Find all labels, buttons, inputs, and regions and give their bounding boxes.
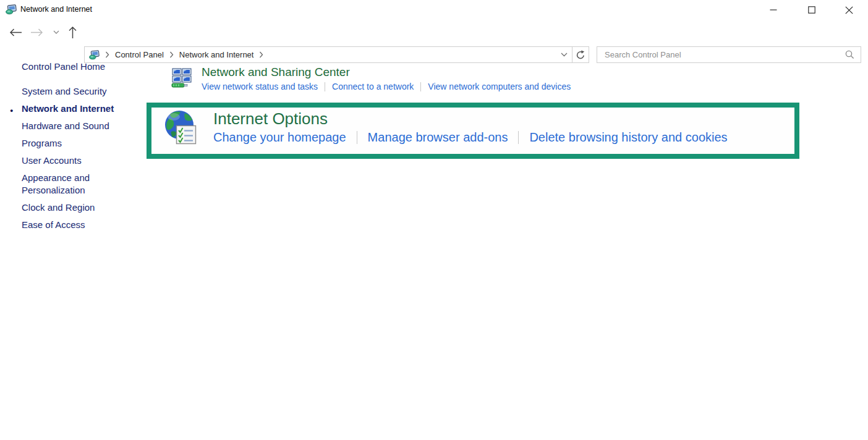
sidebar-item-label: Network and Internet bbox=[22, 103, 114, 114]
minimize-button[interactable] bbox=[754, 0, 793, 20]
back-button[interactable] bbox=[7, 20, 23, 44]
maximize-button[interactable] bbox=[793, 0, 831, 20]
sidebar-item-system-and-security[interactable]: System and Security bbox=[22, 85, 119, 98]
task-links-row: Change your homepage Manage browser add-… bbox=[213, 130, 728, 145]
recent-locations-button[interactable] bbox=[51, 20, 62, 44]
link-separator bbox=[325, 82, 325, 91]
task-links-row: View network status and tasks Connect to… bbox=[202, 82, 571, 91]
search-icon[interactable] bbox=[845, 50, 854, 59]
section-network-and-sharing-center: Network and Sharing Center View network … bbox=[171, 65, 571, 92]
sidebar-item-appearance-and-personalization[interactable]: Appearance and Personalization bbox=[22, 172, 119, 197]
maximize-icon bbox=[808, 6, 815, 14]
refresh-button[interactable] bbox=[572, 47, 589, 62]
navigation-toolbar: Control Panel Network and Internet bbox=[0, 20, 868, 44]
refresh-icon bbox=[576, 50, 585, 60]
breadcrumb: Control Panel Network and Internet bbox=[100, 50, 269, 59]
sidebar-item-network-and-internet[interactable]: ●Network and Internet bbox=[22, 103, 119, 115]
sidebar: Control Panel Home System and Security ●… bbox=[22, 61, 119, 236]
sidebar-item-user-accounts[interactable]: User Accounts bbox=[22, 154, 119, 167]
network-sharing-center-icon[interactable] bbox=[171, 67, 193, 92]
forward-icon bbox=[30, 28, 43, 36]
minimize-icon bbox=[770, 6, 777, 14]
up-button[interactable] bbox=[66, 20, 79, 44]
control-panel-icon bbox=[89, 50, 100, 60]
section-title-internet-options[interactable]: Internet Options bbox=[213, 108, 728, 129]
search-box bbox=[597, 46, 861, 63]
recent-locations-chevron-icon bbox=[53, 30, 59, 34]
section-title-network-and-sharing-center[interactable]: Network and Sharing Center bbox=[202, 65, 571, 80]
back-icon bbox=[9, 28, 22, 36]
search-input[interactable] bbox=[597, 50, 845, 59]
breadcrumb-item-network-and-internet[interactable]: Network and Internet bbox=[179, 50, 254, 59]
sidebar-item-control-panel-home[interactable]: Control Panel Home bbox=[22, 61, 119, 73]
link-connect-to-a-network[interactable]: Connect to a network bbox=[332, 82, 414, 91]
sidebar-item-hardware-and-sound[interactable]: Hardware and Sound bbox=[22, 120, 119, 132]
sidebar-item-programs[interactable]: Programs bbox=[22, 137, 119, 150]
sidebar-item-ease-of-access[interactable]: Ease of Access bbox=[22, 219, 119, 231]
link-separator bbox=[518, 131, 519, 144]
link-separator bbox=[420, 82, 421, 91]
dropdown-chevron-icon bbox=[561, 53, 568, 57]
internet-options-globe-icon[interactable] bbox=[164, 109, 198, 148]
active-item-bullet: ● bbox=[10, 104, 13, 117]
up-icon bbox=[69, 26, 77, 39]
link-change-your-homepage[interactable]: Change your homepage bbox=[213, 130, 346, 145]
address-dropdown-button[interactable] bbox=[556, 47, 572, 62]
link-manage-browser-add-ons[interactable]: Manage browser add-ons bbox=[368, 130, 508, 145]
breadcrumb-chevron-icon[interactable] bbox=[259, 51, 263, 58]
sidebar-item-clock-and-region[interactable]: Clock and Region bbox=[22, 201, 119, 214]
control-panel-icon bbox=[6, 4, 17, 17]
control-panel-window: Network and Internet bbox=[0, 0, 868, 440]
internet-options-highlight-box: Internet Options Change your homepage Ma… bbox=[147, 103, 799, 159]
link-delete-browsing-history-and-cookies[interactable]: Delete browsing history and cookies bbox=[529, 130, 727, 145]
breadcrumb-item-control-panel[interactable]: Control Panel bbox=[115, 50, 164, 59]
close-button[interactable] bbox=[830, 0, 868, 20]
address-bar[interactable]: Control Panel Network and Internet bbox=[84, 46, 589, 63]
breadcrumb-chevron-icon bbox=[105, 51, 109, 58]
forward-button[interactable] bbox=[28, 20, 45, 44]
window-title: Network and Internet bbox=[20, 5, 92, 14]
link-separator bbox=[357, 131, 357, 144]
breadcrumb-chevron-icon[interactable] bbox=[169, 51, 174, 58]
close-icon bbox=[845, 6, 853, 14]
link-view-network-status-and-tasks[interactable]: View network status and tasks bbox=[202, 82, 318, 91]
title-bar: Network and Internet bbox=[0, 0, 868, 20]
link-view-network-computers-and-devices[interactable]: View network computers and devices bbox=[428, 82, 571, 91]
